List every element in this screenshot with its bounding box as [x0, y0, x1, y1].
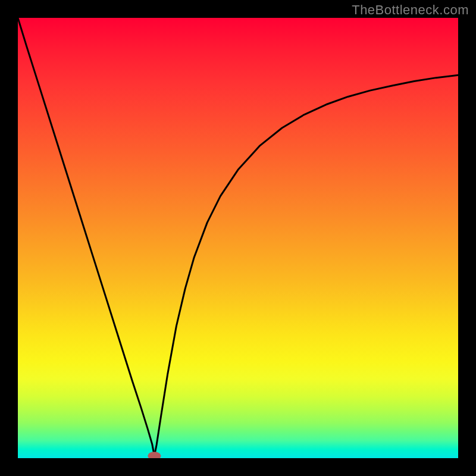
curve-layer [18, 18, 458, 458]
chart-frame: TheBottleneck.com [0, 0, 476, 476]
minimum-marker [148, 452, 161, 458]
bottleneck-curve [18, 18, 458, 456]
watermark-label: TheBottleneck.com [352, 2, 469, 18]
plot-area [18, 18, 458, 458]
